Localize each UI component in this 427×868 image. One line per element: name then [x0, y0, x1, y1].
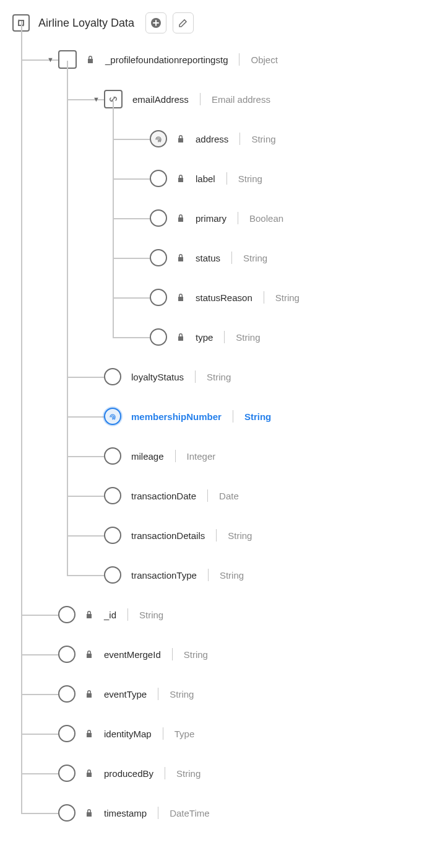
chevron-down-icon[interactable]: ▼: [47, 56, 54, 63]
lock-icon: [85, 650, 94, 659]
chevron-down-icon[interactable]: ▼: [93, 95, 100, 103]
field-type: String: [238, 173, 262, 184]
tree-node[interactable]: transactionDetails String: [67, 515, 415, 555]
field-name: identityMap: [104, 729, 152, 739]
tree-node[interactable]: loyaltyStatus String: [67, 357, 415, 397]
lock-icon: [87, 55, 95, 64]
separator: [200, 93, 201, 105]
field-name: emailAddress: [132, 94, 189, 105]
field-name: primary: [196, 213, 226, 224]
field-type: String: [170, 689, 194, 699]
separator: [208, 569, 209, 581]
field-type: Integer: [187, 451, 216, 462]
add-field-button[interactable]: [145, 12, 166, 33]
tree-node[interactable]: address String: [113, 119, 415, 159]
separator: [238, 212, 238, 224]
field-type: String: [184, 649, 208, 660]
field-name: label: [196, 173, 215, 184]
tree-node[interactable]: mileage Integer: [67, 436, 415, 476]
field-type: Object: [251, 55, 277, 65]
schema-title: Airline Loyalty Data: [38, 17, 134, 30]
field-node-icon: [150, 289, 167, 306]
separator: [172, 648, 173, 660]
tree-node[interactable]: primary Boolean: [113, 198, 415, 238]
tree-node[interactable]: eventType String: [21, 674, 415, 714]
field-node-icon: [150, 209, 167, 227]
tree-node[interactable]: membershipNumber String: [67, 397, 415, 436]
field-type: Type: [175, 729, 195, 739]
fingerprint-icon: [104, 408, 121, 425]
field-type: Boolean: [249, 213, 283, 224]
tree-node[interactable]: statusReason String: [113, 278, 415, 317]
tree-node[interactable]: timestamp DateTime: [21, 793, 415, 833]
tree-node[interactable]: transactionDate Date: [67, 476, 415, 515]
field-node-icon: [104, 487, 121, 504]
separator: [127, 608, 128, 621]
lock-icon: [177, 214, 186, 222]
edit-button[interactable]: [173, 12, 194, 33]
tree-node[interactable]: producedBy String: [21, 753, 415, 793]
lock-icon: [177, 333, 186, 341]
field-node-icon: [58, 606, 75, 623]
tree-node[interactable]: label String: [113, 159, 415, 198]
field-node-icon: [150, 249, 167, 266]
field-node-icon: [104, 527, 121, 544]
field-name: type: [196, 332, 213, 343]
tree-node-email[interactable]: ▼ emailAddress Email address: [104, 79, 415, 119]
lock-icon: [85, 729, 94, 738]
field-name: statusReason: [196, 292, 252, 303]
separator: [158, 807, 158, 819]
field-type: String: [243, 253, 267, 263]
separator: [158, 688, 158, 700]
field-type: String: [220, 570, 244, 581]
field-node-icon: [104, 566, 121, 584]
lock-icon: [177, 134, 186, 143]
separator: [231, 252, 232, 264]
field-name: transactionDetails: [131, 530, 205, 541]
lock-icon: [85, 769, 94, 778]
field-name: eventType: [104, 689, 147, 699]
separator: [207, 489, 208, 502]
field-type: String: [228, 530, 252, 541]
field-name: status: [196, 253, 220, 263]
fingerprint-icon: [150, 130, 167, 147]
field-type: String: [251, 134, 275, 144]
tree-node[interactable]: identityMap Type: [21, 714, 415, 753]
field-name: transactionDate: [131, 491, 196, 501]
field-type: Email address: [212, 94, 270, 105]
field-node-icon: [58, 646, 75, 663]
tree-node[interactable]: transactionType String: [67, 555, 415, 595]
field-node-icon: [58, 765, 75, 782]
tree-node-profile[interactable]: ▼ _profilefoundationreportingstg Object: [58, 40, 415, 79]
tree-node[interactable]: type String: [113, 317, 415, 357]
lock-icon: [85, 809, 94, 817]
tree-node[interactable]: eventMergeId String: [21, 634, 415, 674]
tree-node[interactable]: status String: [113, 238, 415, 278]
field-name: producedBy: [104, 768, 153, 779]
field-name: membershipNumber: [131, 411, 222, 422]
separator: [226, 172, 227, 185]
separator: [216, 529, 217, 541]
field-name: _id: [104, 610, 116, 620]
field-type: String: [176, 768, 201, 779]
separator: [264, 291, 264, 304]
tree-node[interactable]: _id String: [21, 595, 415, 634]
field-node-icon: [58, 725, 75, 742]
separator: [239, 133, 240, 145]
field-node-icon: [104, 447, 121, 465]
lock-icon: [177, 253, 186, 262]
field-type: DateTime: [170, 808, 209, 818]
field-type: Date: [219, 491, 239, 501]
field-name: timestamp: [104, 808, 147, 818]
separator: [233, 410, 233, 423]
field-node-icon: [58, 804, 75, 822]
separator: [239, 53, 239, 66]
lock-icon: [177, 174, 186, 183]
field-name: loyaltyStatus: [131, 372, 184, 382]
field-name: mileage: [131, 451, 164, 462]
field-node-icon: [150, 328, 167, 346]
separator: [163, 727, 163, 740]
separator: [175, 450, 176, 462]
field-name: _profilefoundationreportingstg: [105, 55, 228, 65]
field-type: String: [236, 332, 260, 343]
